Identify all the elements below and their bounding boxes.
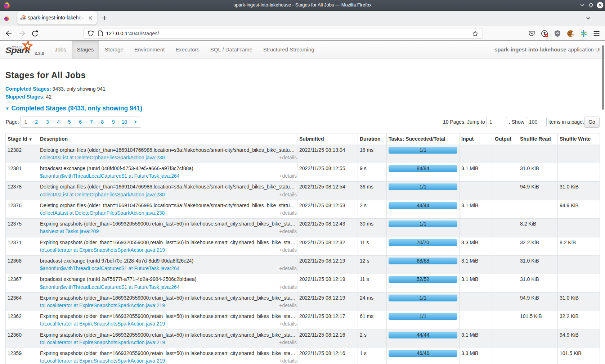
- svg-text:UO: UO: [556, 32, 559, 34]
- svg-text:Spark: Spark: [20, 17, 26, 20]
- svg-text:APACHE: APACHE: [12, 46, 23, 48]
